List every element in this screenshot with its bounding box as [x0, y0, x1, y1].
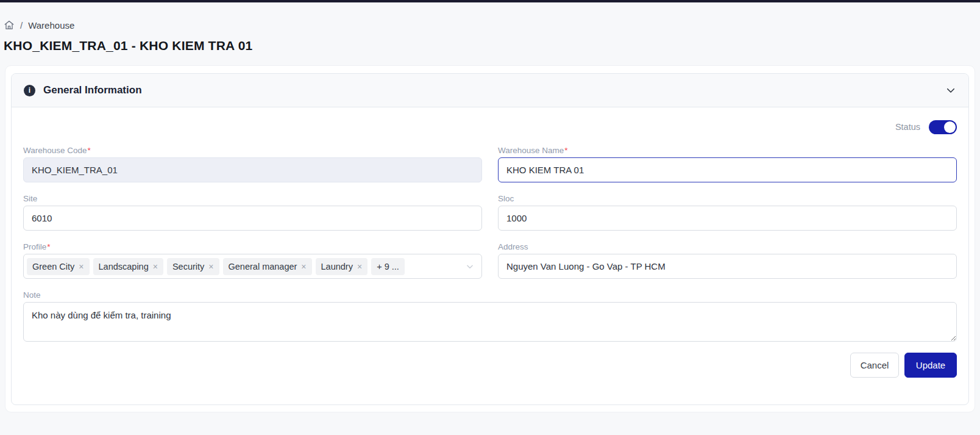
profile-multiselect[interactable]: Green City × Landscaping × Security × Ge… [23, 254, 482, 279]
warehouse-name-label-text: Warehouse Name [498, 146, 564, 155]
warehouse-name-input[interactable] [498, 157, 957, 182]
content-card: i General Information Status Wareho [5, 65, 975, 412]
sloc-label: Sloc [498, 194, 957, 203]
warehouse-code-label-text: Warehouse Code [23, 146, 87, 155]
breadcrumb-separator: / [20, 20, 23, 31]
remove-tag-icon[interactable]: × [301, 262, 306, 271]
profile-more-tag[interactable]: + 9 ... [371, 258, 405, 275]
profile-tag: General manager × [223, 258, 312, 275]
toggle-knob [944, 121, 956, 133]
warehouse-code-input[interactable] [23, 157, 482, 182]
note-textarea[interactable]: Kho này dùng để kiểm tra, training [23, 302, 957, 342]
panel-title: General Information [43, 84, 142, 96]
warehouse-code-label: Warehouse Code* [23, 146, 482, 155]
form-actions: Cancel Update [23, 353, 957, 378]
site-input[interactable] [23, 206, 482, 231]
profile-label-text: Profile [23, 242, 46, 251]
profile-tag: Green City × [27, 258, 90, 275]
home-icon[interactable] [4, 20, 15, 31]
address-label-text: Address [498, 242, 528, 251]
remove-tag-icon[interactable]: × [357, 262, 362, 271]
profile-field-group: Profile* Green City × Landscaping × [23, 242, 482, 279]
required-asterisk: * [88, 146, 91, 155]
breadcrumb: / Warehouse [4, 20, 976, 31]
sloc-field-group: Sloc [498, 194, 957, 231]
warehouse-name-field-group: Warehouse Name* [498, 146, 957, 182]
profile-tag: Landscaping × [93, 258, 163, 275]
breadcrumb-item-warehouse[interactable]: Warehouse [28, 20, 74, 31]
address-field-group: Address [498, 242, 957, 279]
warehouse-code-field-group: Warehouse Code* [23, 146, 482, 182]
remove-tag-icon[interactable]: × [208, 262, 213, 271]
sloc-input[interactable] [498, 206, 957, 231]
panel-body: Status Warehouse Code* Warehouse Name* [12, 107, 968, 378]
profile-label: Profile* [23, 242, 482, 251]
remove-tag-icon[interactable]: × [153, 262, 158, 271]
profile-tag: Laundry × [316, 258, 368, 275]
site-label-text: Site [23, 194, 37, 203]
general-information-panel: i General Information Status Wareho [11, 73, 969, 405]
top-accent-bar [0, 0, 980, 2]
profile-tag-label: Security [172, 262, 204, 271]
chevron-down-icon[interactable] [945, 85, 956, 96]
warehouse-name-label: Warehouse Name* [498, 146, 957, 155]
status-label: Status [895, 122, 920, 132]
profile-tag: Security × [167, 258, 219, 275]
remove-tag-icon[interactable]: × [79, 262, 83, 271]
profile-tag-label: Landscaping [99, 262, 149, 271]
note-label: Note [23, 290, 957, 300]
profile-tag-label: Laundry [321, 262, 353, 271]
site-label: Site [23, 194, 482, 203]
status-row: Status [23, 120, 957, 134]
required-asterisk: * [47, 242, 50, 251]
page: / Warehouse KHO_KIEM_TRA_01 - KHO KIEM T… [0, 20, 980, 412]
profile-tag-label: General manager [229, 262, 297, 271]
address-label: Address [498, 242, 957, 251]
page-title: KHO_KIEM_TRA_01 - KHO KIEM TRA 01 [4, 38, 976, 53]
general-information-header[interactable]: i General Information [12, 74, 968, 107]
info-icon: i [24, 85, 35, 96]
note-label-text: Note [23, 290, 41, 300]
sloc-label-text: Sloc [498, 194, 514, 203]
select-chevron-down-icon[interactable] [466, 262, 474, 271]
update-button[interactable]: Update [904, 353, 957, 378]
cancel-button[interactable]: Cancel [850, 353, 899, 378]
form-grid: Warehouse Code* Warehouse Name* Site [23, 134, 957, 279]
address-input[interactable] [498, 254, 957, 279]
note-field-group: Note Kho này dùng để kiểm tra, training [23, 290, 957, 344]
required-asterisk: * [564, 146, 567, 155]
status-toggle[interactable] [929, 120, 957, 134]
site-field-group: Site [23, 194, 482, 231]
profile-tags: Green City × Landscaping × Security × Ge… [27, 258, 367, 275]
profile-tag-label: Green City [32, 262, 74, 271]
